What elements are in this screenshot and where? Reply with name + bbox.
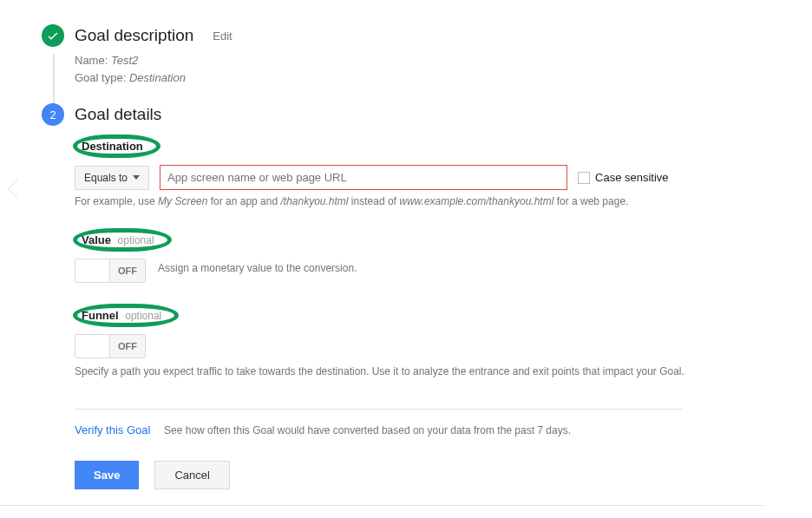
cancel-button[interactable]: Cancel bbox=[154, 461, 229, 489]
checkmark-icon bbox=[42, 24, 64, 47]
case-sensitive-label: Case sensitive bbox=[595, 171, 669, 184]
value-heading: Value bbox=[82, 233, 111, 246]
annotation-circle-icon: Funnel optional bbox=[75, 305, 177, 325]
toggle-knob bbox=[75, 259, 110, 282]
step-goal-description: Goal description Edit Name: Test2 Goal t… bbox=[42, 24, 812, 86]
destination-heading: Destination bbox=[82, 140, 143, 153]
step-goal-details: 2 Goal details Destination Equals to Cas… bbox=[42, 103, 812, 489]
edit-link[interactable]: Edit bbox=[213, 30, 232, 43]
funnel-heading: Funnel bbox=[82, 309, 119, 322]
value-description: Assign a monetary value to the conversio… bbox=[158, 262, 357, 274]
panel-pointer-icon bbox=[10, 182, 24, 203]
verify-row: Verify this Goal See how often this Goal… bbox=[75, 423, 812, 436]
step1-summary: Name: Test2 Goal type: Destination bbox=[75, 52, 812, 86]
case-sensitive-toggle[interactable]: Case sensitive bbox=[578, 171, 669, 185]
name-label: Name: bbox=[75, 54, 108, 67]
destination-input[interactable] bbox=[160, 165, 567, 190]
toggle-knob bbox=[75, 335, 110, 357]
verify-goal-link[interactable]: Verify this Goal bbox=[75, 423, 150, 436]
chevron-down-icon bbox=[133, 175, 140, 180]
annotation-circle-icon: Value optional bbox=[75, 230, 170, 250]
destination-help: For example, use My Screen for an app an… bbox=[75, 195, 812, 207]
name-value: Test2 bbox=[111, 54, 138, 67]
verify-description: See how often this Goal would have conve… bbox=[164, 424, 571, 436]
toggle-off-label: OFF bbox=[110, 335, 145, 357]
match-type-label: Equals to bbox=[84, 172, 128, 184]
value-toggle[interactable]: OFF bbox=[75, 259, 146, 283]
bottom-separator bbox=[0, 505, 763, 506]
type-value: Destination bbox=[129, 71, 186, 84]
save-button[interactable]: Save bbox=[75, 461, 139, 489]
toggle-off-label: OFF bbox=[110, 259, 145, 282]
annotation-circle-icon: Destination bbox=[75, 136, 159, 156]
match-type-dropdown[interactable]: Equals to bbox=[75, 166, 149, 190]
funnel-toggle[interactable]: OFF bbox=[75, 334, 146, 358]
step1-title: Goal description bbox=[75, 26, 193, 45]
type-label: Goal type: bbox=[75, 71, 126, 84]
step2-title: Goal details bbox=[75, 105, 161, 124]
funnel-description: Specify a path you expect traffic to tak… bbox=[75, 364, 751, 379]
value-optional: optional bbox=[118, 234, 154, 246]
separator bbox=[75, 409, 682, 410]
step2-badge: 2 bbox=[42, 103, 64, 126]
funnel-optional: optional bbox=[125, 310, 161, 322]
checkbox-icon bbox=[578, 172, 590, 184]
